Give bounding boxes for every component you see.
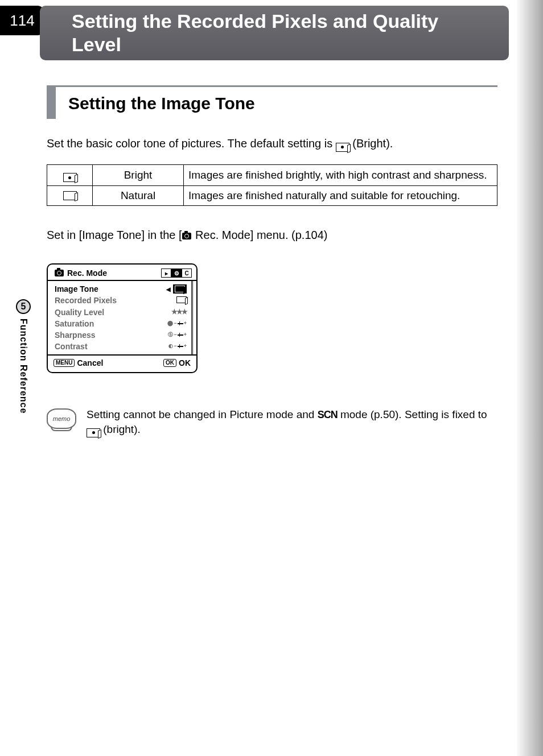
- intro-suffix: (Bright).: [352, 137, 393, 150]
- menu-item-quality-level: Quality Level ★★★: [55, 307, 187, 318]
- section-heading: Setting the Image Tone: [47, 85, 497, 119]
- table-icon-cell: [47, 164, 93, 186]
- minus-icon: −: [174, 343, 176, 350]
- menu-cancel: MENU Cancel: [54, 358, 103, 368]
- bright-tone-icon-selected: [173, 284, 187, 294]
- play-tab-icon: ▸: [161, 268, 171, 278]
- left-arrow-icon: ◀: [166, 286, 171, 293]
- setin-suffix: Rec. Mode] menu. (p.104): [192, 229, 328, 241]
- menu-item-saturation: Saturation ⬤ − +: [55, 318, 187, 329]
- contrast-icon: ◐: [168, 343, 173, 350]
- plus-icon: +: [184, 320, 187, 327]
- menu-item-value: [176, 295, 187, 305]
- menu-ok-label: OK: [179, 358, 191, 368]
- natural-tone-icon: [63, 191, 77, 200]
- minus-icon: −: [174, 332, 176, 338]
- table-desc-cell: Images are finished brightly, with high …: [184, 164, 497, 186]
- menu-item-recorded-pixels: Recorded Pixels: [55, 295, 187, 306]
- side-tab: 5 Function Reference: [15, 299, 32, 414]
- page-right-shadow: [517, 0, 543, 756]
- menu-item-value: Ⓢ − +: [168, 332, 187, 338]
- bright-tone-icon: [336, 143, 349, 152]
- menu-cancel-label: Cancel: [77, 358, 103, 368]
- menu-item-value: ⬤ − +: [167, 320, 187, 327]
- intro-paragraph: Set the basic color tone of pictures. Th…: [47, 137, 497, 152]
- memo-note: memo Setting cannot be changed in Pictur…: [47, 407, 497, 437]
- menu-tab-icons: ▸ ⚙ C: [161, 268, 192, 278]
- menu-item-label: Sharpness: [55, 330, 96, 340]
- menu-item-label: Recorded Pixels: [55, 295, 117, 305]
- side-tab-label: Function Reference: [18, 319, 28, 414]
- menu-footer: MENU Cancel OK OK: [48, 356, 196, 371]
- menu-item-image-tone: Image Tone ◀: [55, 283, 187, 295]
- menu-item-sharpness: Sharpness Ⓢ − +: [55, 329, 187, 341]
- scn-mode-icon: SCN: [318, 409, 338, 420]
- menu-item-value: ★★★: [171, 308, 187, 317]
- memo-text-3: (bright).: [100, 423, 141, 435]
- camera-icon: [182, 233, 191, 239]
- menu-item-contrast: Contrast ◐ − +: [55, 341, 187, 352]
- memo-text: Setting cannot be changed in Picture mod…: [87, 407, 497, 437]
- minus-icon: −: [174, 320, 176, 327]
- menu-item-label: Contrast: [55, 341, 88, 352]
- rec-mode-menu: Rec. Mode ▸ ⚙ C Image Tone ◀: [47, 263, 198, 373]
- page-content: Setting the Image Tone Set the basic col…: [47, 85, 497, 437]
- memo-badge: memo: [47, 408, 76, 429]
- menu-title: Rec. Mode: [55, 268, 107, 278]
- slider-bar: [178, 334, 183, 336]
- memo-text-1: Setting cannot be changed in Picture mod…: [87, 408, 318, 420]
- menu-ok: OK OK: [163, 358, 191, 368]
- table-row: Bright Images are finished brightly, wit…: [47, 164, 497, 186]
- table-icon-cell: [47, 186, 93, 206]
- menu-item-value: ◀: [166, 284, 187, 294]
- menu-item-label: Image Tone: [55, 284, 98, 294]
- ok-key-icon: OK: [163, 359, 176, 367]
- memo-text-2: mode (p.50). Setting is fixed to: [338, 408, 487, 420]
- natural-mini-icon: [176, 296, 187, 303]
- saturation-icon: ⬤: [167, 320, 173, 327]
- tone-table: Bright Images are finished brightly, wit…: [47, 164, 497, 206]
- menu-body-inner: Image Tone ◀ Recorded Pixels Quali: [51, 281, 193, 354]
- menu-key-icon: MENU: [54, 359, 75, 367]
- menu-title-text: Rec. Mode: [67, 268, 107, 278]
- table-label-cell: Natural: [93, 186, 184, 206]
- settings-tab-icon: ⚙: [171, 268, 182, 278]
- slider-bar: [178, 323, 183, 324]
- chapter-title: Setting the Recorded Pixels and Quality …: [72, 10, 492, 56]
- intro-prefix: Set the basic color tone of pictures. Th…: [47, 137, 336, 150]
- bright-tone-icon: [63, 173, 77, 182]
- chapter-header: Setting the Recorded Pixels and Quality …: [40, 6, 509, 60]
- setin-prefix: Set in [Image Tone] in the [: [47, 229, 182, 241]
- table-row: Natural Images are finished naturally an…: [47, 186, 497, 206]
- menu-item-value: ◐ − +: [168, 343, 187, 350]
- plus-icon: +: [184, 332, 187, 338]
- menu-body: Image Tone ◀ Recorded Pixels Quali: [48, 280, 196, 356]
- bright-mini-icon: [175, 286, 185, 292]
- menu-title-row: Rec. Mode ▸ ⚙ C: [48, 268, 196, 280]
- menu-item-label: Quality Level: [55, 307, 104, 317]
- table-label-cell: Bright: [93, 164, 184, 186]
- table-desc-cell: Images are finished naturally and suitab…: [184, 186, 497, 206]
- memo-badge-label: memo: [53, 415, 71, 422]
- camera-icon: [55, 270, 64, 276]
- sharpness-icon: Ⓢ: [168, 332, 173, 338]
- custom-tab-icon: C: [182, 268, 192, 278]
- plus-icon: +: [184, 343, 187, 350]
- side-tab-number: 5: [16, 299, 31, 314]
- page-number: 114: [10, 12, 34, 30]
- bright-tone-icon: [87, 428, 100, 437]
- set-in-line: Set in [Image Tone] in the [ Rec. Mode] …: [47, 229, 497, 242]
- page-number-badge: 114: [0, 6, 44, 35]
- menu-item-label: Saturation: [55, 319, 94, 329]
- slider-bar: [178, 346, 183, 347]
